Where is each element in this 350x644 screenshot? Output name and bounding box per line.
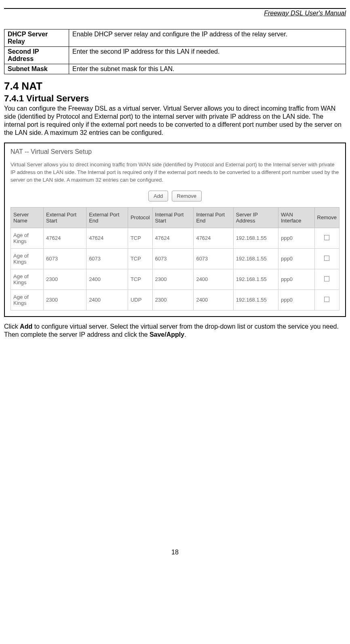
- cell-wan: ppp0: [278, 248, 314, 269]
- cell-eps: 6073: [44, 248, 86, 269]
- cell-ip: 192.168.1.55: [233, 289, 278, 310]
- cell-remove: [314, 269, 339, 289]
- cell-ip: 192.168.1.55: [233, 248, 278, 269]
- col-ext-port-start: External Port Start: [44, 207, 86, 228]
- section-heading: 7.4 NAT: [4, 80, 346, 92]
- screenshot-title: NAT -- Virtual Servers Setup: [11, 148, 339, 155]
- cell-ips: 47624: [152, 228, 194, 248]
- cell-ips: 6073: [152, 248, 194, 269]
- def-label: Subnet Mask: [4, 64, 69, 74]
- cell-ipe: 47624: [194, 228, 233, 248]
- remove-checkbox[interactable]: [324, 297, 329, 302]
- col-server-ip: Server IP Address: [233, 207, 278, 228]
- definition-table: DHCP Server Relay Enable DHCP server rel…: [4, 29, 346, 74]
- cell-server-name: Age of Kings: [11, 289, 44, 310]
- table-row: DHCP Server Relay Enable DHCP server rel…: [4, 29, 346, 47]
- cell-ipe: 2400: [194, 289, 233, 310]
- cell-ip: 192.168.1.55: [233, 269, 278, 289]
- cell-proto: TCP: [128, 269, 152, 289]
- col-wan-interface: WAN Interface: [278, 207, 314, 228]
- table-row: Age of Kings 6073 6073 TCP 6073 6073 192…: [11, 248, 339, 269]
- cell-eps: 2300: [44, 289, 86, 310]
- def-desc: Enter the second IP address for this LAN…: [69, 47, 346, 64]
- screenshot-button-row: Add Remove: [11, 191, 339, 201]
- cell-server-name: Age of Kings: [11, 269, 44, 289]
- virtual-servers-table: Server Name External Port Start External…: [11, 207, 339, 310]
- col-ext-port-end: External Port End: [86, 207, 128, 228]
- cell-proto: TCP: [128, 248, 152, 269]
- cell-remove: [314, 289, 339, 310]
- subsection-heading: 7.4.1 Virtual Servers: [4, 93, 346, 104]
- bold-save-apply: Save/Apply: [150, 331, 184, 338]
- manual-title: Freeway DSL User's Manual: [4, 10, 346, 17]
- cell-ipe: 2400: [194, 269, 233, 289]
- table-header-row: Server Name External Port Start External…: [11, 207, 339, 228]
- col-int-port-start: Internal Port Start: [152, 207, 194, 228]
- table-row: Second IP Address Enter the second IP ad…: [4, 47, 346, 64]
- cell-wan: ppp0: [278, 228, 314, 248]
- cell-ip: 192.168.1.55: [233, 228, 278, 248]
- col-protocol: Protocol: [128, 207, 152, 228]
- text: Click: [4, 323, 20, 330]
- page-number: 18: [4, 549, 346, 556]
- cell-eps: 2300: [44, 269, 86, 289]
- cell-ips: 2300: [152, 289, 194, 310]
- col-server-name: Server Name: [11, 207, 44, 228]
- def-desc: Enable DHCP server relay and configure t…: [69, 29, 346, 47]
- cell-epe: 47624: [86, 228, 128, 248]
- table-row: Age of Kings 47624 47624 TCP 47624 47624…: [11, 228, 339, 248]
- cell-wan: ppp0: [278, 269, 314, 289]
- def-label: Second IP Address: [4, 47, 69, 64]
- header-rule: [4, 8, 346, 9]
- remove-checkbox[interactable]: [324, 235, 329, 240]
- cell-server-name: Age of Kings: [11, 248, 44, 269]
- col-remove: Remove: [314, 207, 339, 228]
- screenshot-panel: NAT -- Virtual Servers Setup Virtual Ser…: [4, 143, 346, 317]
- cell-server-name: Age of Kings: [11, 228, 44, 248]
- cell-wan: ppp0: [278, 289, 314, 310]
- text: .: [184, 331, 186, 338]
- def-desc: Enter the subnet mask for this LAN.: [69, 64, 346, 74]
- cell-ipe: 6073: [194, 248, 233, 269]
- section-intro: You can configure the Freeway DSL as a v…: [4, 105, 346, 137]
- cell-epe: 2400: [86, 289, 128, 310]
- cell-epe: 6073: [86, 248, 128, 269]
- cell-epe: 2400: [86, 269, 128, 289]
- table-row: Age of Kings 2300 2400 UDP 2300 2400 192…: [11, 289, 339, 310]
- def-label: DHCP Server Relay: [4, 29, 69, 47]
- remove-checkbox[interactable]: [324, 276, 329, 281]
- cell-proto: UDP: [128, 289, 152, 310]
- instruction-paragraph: Click Add to configure virtual server. S…: [4, 323, 346, 339]
- cell-eps: 47624: [44, 228, 86, 248]
- table-row: Subnet Mask Enter the subnet mask for th…: [4, 64, 346, 74]
- add-button[interactable]: Add: [148, 191, 168, 201]
- cell-remove: [314, 248, 339, 269]
- screenshot-description: Virtual Server allows you to direct inco…: [11, 161, 339, 184]
- cell-remove: [314, 228, 339, 248]
- remove-button[interactable]: Remove: [172, 191, 202, 201]
- table-row: Age of Kings 2300 2400 TCP 2300 2400 192…: [11, 269, 339, 289]
- bold-add: Add: [20, 323, 32, 330]
- col-int-port-end: Internal Port End: [194, 207, 233, 228]
- cell-ips: 2300: [152, 269, 194, 289]
- remove-checkbox[interactable]: [324, 256, 329, 261]
- cell-proto: TCP: [128, 228, 152, 248]
